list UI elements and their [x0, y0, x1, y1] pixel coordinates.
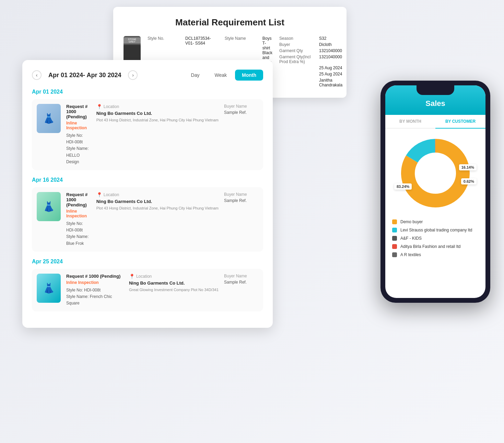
legend-item-1: Demo buyer: [392, 218, 479, 226]
day-tab[interactable]: Day: [184, 70, 207, 81]
date-section-1: Apr 01 2024 👗 Request # 1000 (Pending) I…: [32, 89, 263, 170]
phone-frame: Sales BY MONTH BY CUSTOMER 16.14%: [380, 81, 490, 303]
percentage-label-83: 83.24%: [394, 183, 412, 190]
garment-qty-value: 1321040000: [319, 48, 342, 53]
request-number-2: Request # 1000 (Pending): [66, 192, 91, 207]
buyer-label-3: Buyer Name: [224, 274, 258, 278]
date1-value: 25 Aug 2024: [319, 65, 342, 70]
date-heading-3: Apr 25 2024: [32, 259, 263, 265]
week-tab[interactable]: Weak: [208, 70, 234, 81]
buyer-col-2: Buyer Name Sample Ref.: [224, 192, 258, 203]
legend-item-2: Levi Strauss global trading company ltd: [392, 226, 479, 234]
inspection-info-2: Request # 1000 (Pending) Inline Inspecti…: [66, 192, 91, 247]
style-info-2: Style No: HDI-008t Style Name: Blue Frok: [66, 220, 91, 247]
phone-notch: [417, 85, 454, 95]
donut-svg: [398, 135, 473, 211]
date2-value: 25 Aug 2024: [319, 72, 342, 76]
inspection-item-3[interactable]: 👗 Request # 1000 (Pending) Inline Inspec…: [32, 269, 263, 312]
garment-qty-extra-value: 1321040000: [319, 55, 342, 64]
season-value: S32: [319, 36, 342, 41]
location-name-1: Ning Bo Garments Co Ltd.: [96, 111, 219, 116]
month-tab[interactable]: Month: [235, 70, 263, 81]
legend-label-2: Levi Strauss global trading company ltd: [400, 228, 472, 232]
schedule-header: ‹ Apr 01 2024- Apr 30 2024 › Day Weak Mo…: [32, 70, 263, 81]
prev-month-button[interactable]: ‹: [32, 70, 42, 80]
inspection-image-3: 👗: [37, 274, 61, 303]
sales-title: Sales: [392, 99, 479, 108]
buyer-ref-1: Sample Ref.: [224, 110, 258, 115]
inspection-type-2: Inline Inspection: [66, 209, 91, 218]
buyer-label-1: Buyer Name: [224, 104, 258, 109]
location-col-2: 📍 Location Ning Bo Garments Co Ltd. Plot…: [96, 192, 219, 211]
location-name-2: Ning Bo Garments Co Ltd.: [96, 199, 219, 204]
location-addr-1: Plot 43 Hong District, Industrial Zone, …: [96, 117, 219, 123]
location-addr-2: Plot 43 Hong District, Industrial Zone, …: [96, 205, 219, 211]
schedule-card: ‹ Apr 01 2024- Apr 30 2024 › Day Weak Mo…: [22, 60, 273, 328]
by-customer-tab[interactable]: BY CUSTOMER: [435, 115, 485, 129]
style-name-2: Style Name: Blue Frok: [66, 234, 91, 247]
location-pin-icon-3: 📍: [129, 274, 135, 279]
inspection-info-3: Request # 1000 (Pending) Inline Inspecti…: [66, 274, 124, 307]
buyer-col-3: Buyer Name Sample Ref.: [224, 274, 258, 285]
material-card-title: Material Requirement List: [124, 17, 336, 28]
legend-label-5: A R textiles: [400, 252, 421, 257]
legend-item-4: Aditya Birla Fashion and retail ltd: [392, 242, 479, 251]
donut-chart: 16.14% 83.24% 0.62%: [398, 135, 473, 211]
location-name-3: Ning Bo Garments Co Ltd.: [129, 280, 219, 286]
legend-item-3: A&F - KIDS: [392, 234, 479, 242]
date-section-3: Apr 25 2024 👗 Request # 1000 (Pending) I…: [32, 259, 263, 312]
percentage-label-16: 16.14%: [459, 164, 477, 170]
percentage-label-062: 0.62%: [461, 178, 477, 184]
inspection-type-1: Inline Inspection: [66, 121, 91, 130]
legend-label-4: Aditya Birla Fashion and retail ltd: [400, 244, 460, 249]
inspection-image-1: 👗: [37, 104, 61, 133]
garment-qty-label: Garment Qty: [279, 48, 314, 53]
request-number-3: Request # 1000 (Pending): [66, 274, 124, 279]
chart-legend: Demo buyer Levi Strauss global trading c…: [385, 218, 485, 266]
location-header-3: 📍 Location: [129, 274, 219, 279]
legend-dot-4: [392, 244, 397, 249]
buyer-ref-3: Sample Ref.: [224, 280, 258, 285]
location-header-2: 📍 Location: [96, 192, 219, 197]
style-name-3: Style Name: French Chic Square: [66, 294, 124, 307]
request-number-1: Request # 1000 (Pending): [66, 104, 91, 119]
style-info-3: Style No: HDI-008t Style Name: French Ch…: [66, 287, 124, 307]
date-section-2: Apr 16 2024 👗 Request # 1000 (Pending) I…: [32, 177, 263, 252]
buyer-label: Buyer: [279, 42, 314, 47]
buyer-value: Dicloth: [319, 42, 342, 47]
garment-qty-extra-label: Garment Qty(Incl Prod Extra %): [279, 55, 314, 64]
material-right-info: Season S32 Buyer Dicloth Garment Qty 132…: [279, 36, 342, 87]
location-col-1: 📍 Location Ning Bo Garments Co Ltd. Plot…: [96, 104, 219, 123]
date-heading-2: Apr 16 2024: [32, 177, 263, 183]
buyer-col-1: Buyer Name Sample Ref.: [224, 104, 258, 115]
date-range-display: Apr 01 2024- Apr 30 2024: [48, 72, 121, 79]
location-addr-3: Great Glowing Investment Company Plot No…: [129, 287, 219, 293]
by-month-tab[interactable]: BY MONTH: [385, 115, 435, 128]
inspection-image-2: 👗: [37, 192, 61, 221]
season-label: Season: [279, 36, 314, 41]
legend-dot-1: [392, 219, 397, 224]
donut-center: [417, 154, 454, 192]
style-no-1: Style No: HDI-008t: [66, 132, 91, 145]
style-no-2: Style No: HDI-008t: [66, 220, 91, 234]
inspection-item-2[interactable]: 👗 Request # 1000 (Pending) Inline Inspec…: [32, 187, 263, 252]
style-no-3: Style No: HDI-008t: [66, 287, 124, 294]
inspection-type-3: Inline Inspection: [66, 280, 124, 285]
date-heading-1: Apr 01 2024: [32, 89, 263, 95]
legend-dot-5: [392, 252, 397, 257]
stone-grey-label: STONE GREY: [124, 37, 141, 44]
location-col-3: 📍 Location Ning Bo Garments Co Ltd. Grea…: [129, 274, 219, 293]
view-tabs: Day Weak Month: [184, 70, 263, 81]
phone-screen: Sales BY MONTH BY CUSTOMER 16.14%: [385, 85, 485, 298]
inspection-info-1: Request # 1000 (Pending) Inline Inspecti…: [66, 104, 91, 165]
person-value: Janitha Chandrakala: [319, 78, 342, 87]
next-month-button[interactable]: ›: [128, 70, 138, 80]
buyer-label-2: Buyer Name: [224, 192, 258, 197]
legend-label-3: A&F - KIDS: [400, 236, 422, 241]
location-pin-icon-1: 📍: [96, 104, 102, 109]
legend-dot-2: [392, 228, 397, 232]
legend-item-5: A R textiles: [392, 251, 479, 259]
legend-label-1: Demo buyer: [400, 219, 423, 224]
style-info-1: Style No: HDI-008t Style Name: HELLO Des…: [66, 132, 91, 165]
inspection-item-1[interactable]: 👗 Request # 1000 (Pending) Inline Inspec…: [32, 99, 263, 170]
